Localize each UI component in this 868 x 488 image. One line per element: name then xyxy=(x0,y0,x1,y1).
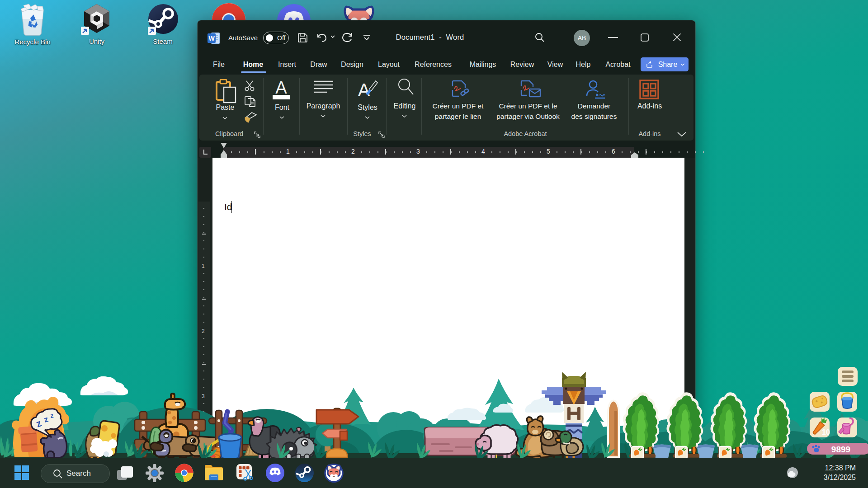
svg-text:9899: 9899 xyxy=(831,445,850,454)
svg-text:A: A xyxy=(358,80,370,100)
svg-text:10: 10 xyxy=(822,428,830,436)
svg-text:A: A xyxy=(275,79,287,97)
